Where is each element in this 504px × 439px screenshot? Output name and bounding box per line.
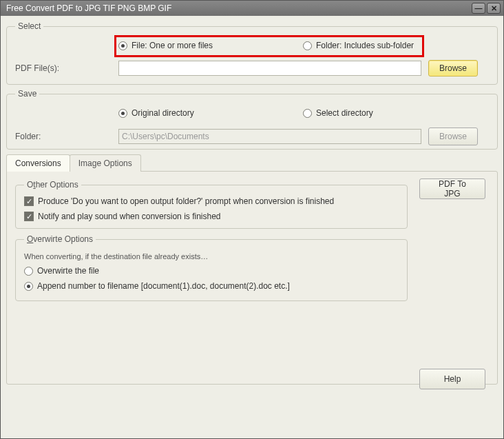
help-button[interactable]: Help	[419, 369, 485, 389]
client-area: Select File: One or more files Folder: I…	[1, 16, 503, 438]
file-radio[interactable]: File: One or more files	[118, 41, 303, 50]
checkbox-icon	[24, 212, 34, 221]
folder-radio[interactable]: Folder: Includes sub-folder	[303, 41, 414, 50]
notify-sound-checkbox[interactable]: Notify and play sound when conversion is…	[24, 212, 221, 221]
close-button[interactable]: ✕	[487, 3, 501, 14]
other-options-group: Other Options Produce 'Do you want to op…	[15, 180, 408, 229]
browse-button[interactable]: Browse	[428, 60, 478, 76]
folder-browse-button[interactable]: Browse	[428, 127, 478, 145]
tab-image-options[interactable]: Image Options	[70, 154, 141, 172]
overwrite-hint: When converting, if the destination file…	[24, 252, 208, 261]
radio-dot-icon	[118, 41, 127, 50]
radio-dot-icon	[24, 267, 33, 276]
other-options-legend: Other Options	[24, 180, 81, 190]
tabstrip: Conversions Image Options	[6, 154, 498, 171]
original-dir-radio[interactable]: Original directory	[118, 108, 303, 118]
overwrite-options-legend: Overwirte Options	[24, 234, 96, 244]
radio-dot-icon	[24, 282, 33, 291]
checkbox-icon	[24, 196, 34, 206]
window-title: Free Convert PDF to JPG TIF PNG BMP GIF	[6, 3, 470, 13]
radio-dot-icon	[303, 109, 312, 118]
overwrite-options-group: Overwirte Options When converting, if th…	[15, 234, 408, 301]
folder-label: Folder:	[15, 132, 118, 141]
minimize-button[interactable]: —	[472, 3, 485, 14]
select-group: Select File: One or more files Folder: I…	[6, 21, 498, 85]
append-number-radio[interactable]: Append number to filename [document(1).d…	[24, 281, 290, 291]
app-window: Free Convert PDF to JPG TIF PNG BMP GIF …	[0, 0, 504, 439]
select-dir-radio[interactable]: Select directory	[303, 108, 373, 118]
titlebar: Free Convert PDF to JPG TIF PNG BMP GIF …	[1, 1, 503, 16]
prompt-open-folder-checkbox[interactable]: Produce 'Do you want to open output fold…	[24, 196, 334, 206]
select-legend: Select	[15, 21, 43, 31]
conversions-pane: Other Options Produce 'Do you want to op…	[6, 171, 498, 385]
folder-input	[118, 129, 421, 144]
save-legend: Save	[15, 89, 39, 99]
radio-dot-icon	[303, 41, 312, 50]
pdf-files-label: PDF File(s):	[15, 63, 118, 73]
save-group: Save Original directory Select directory…	[6, 89, 498, 150]
radio-dot-icon	[118, 109, 127, 118]
tab-conversions[interactable]: Conversions	[6, 154, 70, 172]
overwrite-file-radio[interactable]: Overwirte the file	[24, 266, 99, 276]
pdf-to-jpg-button[interactable]: PDF To JPG	[419, 178, 485, 199]
pdf-files-input[interactable]	[118, 61, 421, 76]
